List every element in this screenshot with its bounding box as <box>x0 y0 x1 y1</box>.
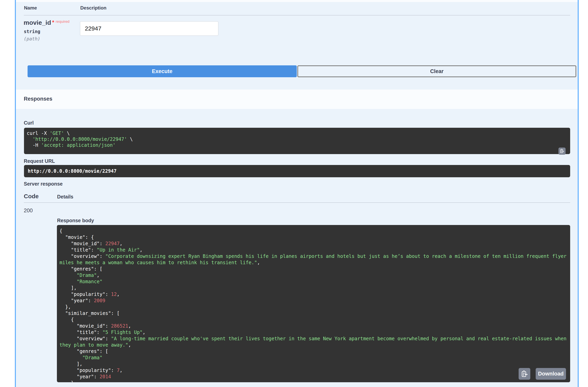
execute-button[interactable]: Execute <box>28 65 297 77</box>
curl-code: curl -X 'GET' \ 'http://0.0.0.0:8000/mov… <box>24 128 570 151</box>
request-url-block: http://0.0.0.0:8000/movie/22947 <box>24 165 570 177</box>
details-column-header: Details <box>57 194 73 200</box>
response-body-code: { "movie": { "movie_id": 22947, "title":… <box>57 225 570 382</box>
copy-response-button[interactable] <box>519 368 530 380</box>
parameter-type: string <box>24 29 40 34</box>
parameters-name-header: Name <box>24 5 37 11</box>
parameter-row: movie_id*required <box>23 19 69 26</box>
download-button[interactable]: Download <box>536 368 566 380</box>
code-column-header: Code <box>24 193 39 200</box>
response-body-block: { "movie": { "movie_id": 22947, "title":… <box>57 225 570 382</box>
clear-button[interactable]: Clear <box>297 65 576 77</box>
curl-block: curl -X 'GET' \ 'http://0.0.0.0:8000/mov… <box>24 128 570 154</box>
swagger-operation-panel: Name Description movie_id*required strin… <box>0 0 588 387</box>
response-body-label: Response body <box>57 218 94 223</box>
response-table-divider <box>24 202 570 203</box>
curl-label: Curl <box>24 120 34 126</box>
copy-curl-button[interactable] <box>558 148 566 155</box>
parameter-location: (path) <box>24 36 40 41</box>
clipboard-copy-icon <box>560 149 565 154</box>
movie-id-input[interactable] <box>80 21 218 36</box>
section-header-strip <box>16 0 578 2</box>
parameters-header-divider <box>24 15 570 16</box>
responses-title: Responses <box>24 96 52 102</box>
request-url-value: http://0.0.0.0:8000/movie/22947 <box>24 168 117 174</box>
server-response-label: Server response <box>24 181 63 187</box>
clipboard-copy-icon <box>521 370 528 378</box>
required-label: required <box>56 19 70 23</box>
request-url-label: Request URL <box>24 158 55 164</box>
parameters-description-header: Description <box>80 5 106 11</box>
responses-section-header <box>16 90 578 109</box>
required-asterisk: * <box>52 19 54 25</box>
parameter-name: movie_id <box>23 19 51 26</box>
status-code: 200 <box>24 208 33 214</box>
